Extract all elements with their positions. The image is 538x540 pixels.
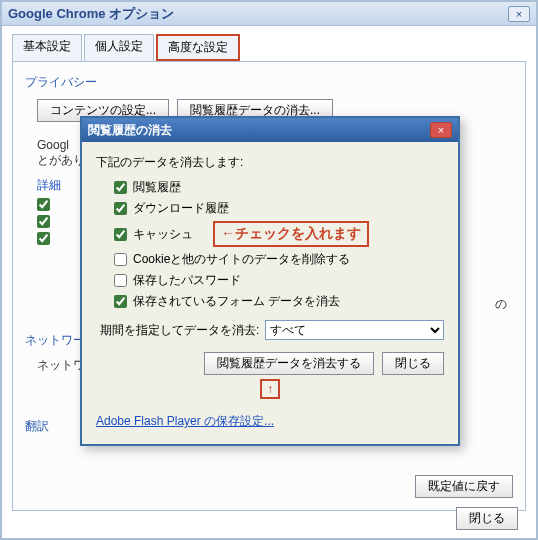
- period-row: 期間を指定してデータを消去: すべて: [100, 320, 444, 340]
- label-downloads: ダウンロード履歴: [133, 200, 229, 217]
- cb-row-passwords: 保存したパスワード: [114, 272, 444, 289]
- label-passwords: 保存したパスワード: [133, 272, 241, 289]
- period-select[interactable]: すべて: [265, 320, 444, 340]
- clear-data-button[interactable]: 閲覧履歴データを消去する: [204, 352, 374, 375]
- reset-default-button[interactable]: 既定値に戻す: [415, 475, 513, 498]
- label-cookies: Cookieと他のサイトのデータを削除する: [133, 251, 350, 268]
- dialog-buttons: 閲覧履歴データを消去する 閉じる: [96, 352, 444, 375]
- dialog-titlebar: 閲覧履歴の消去 ×: [82, 118, 458, 142]
- partial-text-no: の: [495, 296, 507, 313]
- bg-cb-3[interactable]: [37, 232, 50, 245]
- main-close-button[interactable]: 閉じる: [456, 507, 518, 530]
- cb-row-downloads: ダウンロード履歴: [114, 200, 444, 217]
- cb-row-cache: キャッシュ ←チェックを入れます: [114, 221, 444, 247]
- dialog-close-x[interactable]: ×: [430, 122, 452, 138]
- checkbox-cache[interactable]: [114, 228, 127, 241]
- flash-player-link[interactable]: Adobe Flash Player の保存設定...: [96, 413, 274, 430]
- bg-cb-1[interactable]: [37, 198, 50, 211]
- clear-browsing-dialog: 閲覧履歴の消去 × 下記のデータを消去します: 閲覧履歴 ダウンロード履歴 キャ…: [80, 116, 460, 446]
- window-close-button[interactable]: ×: [508, 6, 530, 22]
- period-label: 期間を指定してデータを消去:: [100, 322, 259, 339]
- dialog-body: 下記のデータを消去します: 閲覧履歴 ダウンロード履歴 キャッシュ ←チェックを…: [82, 142, 458, 444]
- tab-advanced[interactable]: 高度な設定: [156, 34, 240, 61]
- annotation-arrow: ↑: [260, 379, 280, 399]
- tabs-strip: 基本設定 個人設定 高度な設定: [2, 26, 536, 61]
- options-window: Google Chrome オプション × 基本設定 個人設定 高度な設定 プラ…: [0, 0, 538, 540]
- window-titlebar: Google Chrome オプション ×: [2, 2, 536, 26]
- cb-row-cookies: Cookieと他のサイトのデータを削除する: [114, 251, 444, 268]
- dialog-title: 閲覧履歴の消去: [88, 122, 430, 139]
- checkbox-passwords[interactable]: [114, 274, 127, 287]
- label-cache: キャッシュ: [133, 226, 193, 243]
- translate-section-title: 翻訳: [25, 418, 49, 435]
- bg-cb-2[interactable]: [37, 215, 50, 228]
- privacy-section-title: プライバシー: [25, 74, 513, 91]
- dialog-instruction: 下記のデータを消去します:: [96, 154, 444, 171]
- checkbox-formdata[interactable]: [114, 295, 127, 308]
- tab-personal[interactable]: 個人設定: [84, 34, 154, 61]
- tab-basic[interactable]: 基本設定: [12, 34, 82, 61]
- checkbox-downloads[interactable]: [114, 202, 127, 215]
- window-title: Google Chrome オプション: [8, 5, 508, 23]
- checkbox-cookies[interactable]: [114, 253, 127, 266]
- checkbox-history[interactable]: [114, 181, 127, 194]
- annotation-check: ←チェックを入れます: [213, 221, 369, 247]
- dialog-close-button[interactable]: 閉じる: [382, 352, 444, 375]
- cb-row-formdata: 保存されているフォーム データを消去: [114, 293, 444, 310]
- label-history: 閲覧履歴: [133, 179, 181, 196]
- label-formdata: 保存されているフォーム データを消去: [133, 293, 340, 310]
- cb-row-history: 閲覧履歴: [114, 179, 444, 196]
